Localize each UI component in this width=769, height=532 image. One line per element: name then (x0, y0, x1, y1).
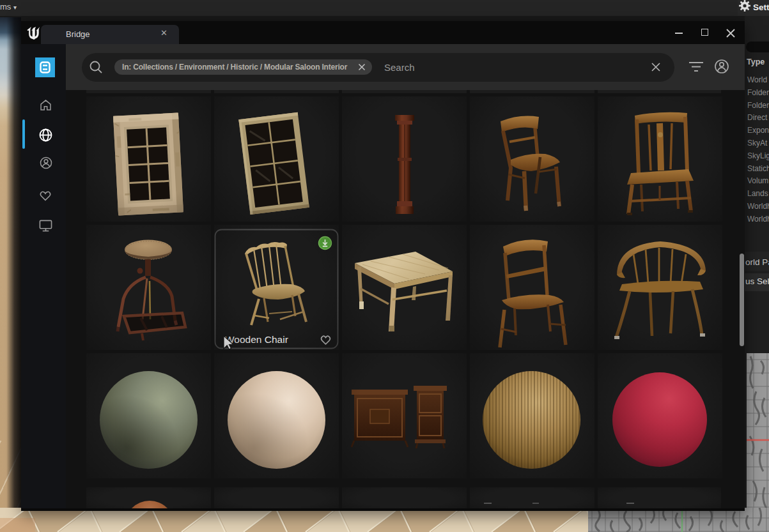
svg-text:Wooden Chair: Wooden Chair (225, 334, 288, 345)
